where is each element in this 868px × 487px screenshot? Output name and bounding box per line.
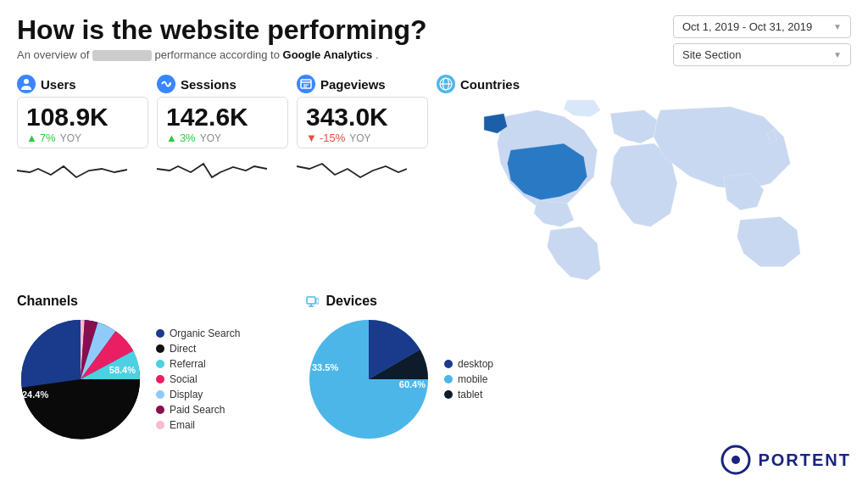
countries-header: Countries — [437, 75, 851, 93]
devices-pie: 33.5% 60.4% — [305, 316, 432, 443]
legend-dot-direct — [156, 344, 164, 353]
countries-icon — [437, 75, 455, 93]
legend-dot-paid — [156, 406, 164, 414]
legend-label-organic: Organic Search — [170, 327, 240, 339]
metric-users: Users 108.9K ▲ 7% YOY — [17, 75, 148, 191]
devices-legend: desktop mobile tablet — [444, 358, 493, 400]
legend-desktop: desktop — [444, 358, 493, 370]
devices-title-text: Devices — [326, 294, 377, 308]
devices-title: Devices — [305, 294, 542, 309]
metric-sessions: Sessions 142.6K ▲ 3% YOY — [157, 75, 288, 191]
legend-dot-referral — [156, 360, 164, 368]
countries-block: Countries — [437, 75, 851, 287]
sessions-change: ▲ 3% YOY — [166, 132, 279, 144]
pageviews-yoy: YOY — [349, 132, 370, 144]
legend-paid: Paid Search — [156, 404, 240, 416]
legend-mobile: mobile — [444, 373, 493, 385]
channels-pie: 24.4% 58.4% — [17, 316, 144, 443]
devices-icon — [305, 295, 319, 309]
legend-email: Email — [156, 419, 240, 431]
sessions-value: 142.6K — [166, 103, 279, 131]
legend-dot-email — [156, 421, 164, 429]
metric-users-header: Users — [17, 75, 148, 93]
sessions-pct: 3% — [180, 132, 196, 144]
legend-display: Display — [156, 389, 240, 400]
date-range-dropdown[interactable]: Oct 1, 2019 - Oct 31, 2019 ▼ — [673, 15, 851, 38]
date-range-arrow: ▼ — [833, 22, 842, 31]
channels-pie-svg — [17, 316, 144, 443]
svg-point-3 — [297, 75, 315, 93]
pageviews-pct: -15% — [320, 132, 345, 144]
subtitle-prefix: An overview of — [17, 48, 89, 61]
metrics-row: Users 108.9K ▲ 7% YOY — [17, 75, 851, 287]
legend-dot-desktop — [444, 360, 453, 368]
page-title: How is the website performing? — [17, 15, 673, 45]
legend-dot-organic — [156, 329, 164, 338]
sessions-arrow: ▲ — [166, 132, 177, 144]
svg-rect-17 — [316, 299, 319, 304]
users-sparkline — [17, 154, 127, 188]
legend-social: Social — [156, 373, 240, 385]
channels-inner: 24.4% 58.4% Organic Search Direct Referr… — [17, 316, 297, 443]
svg-rect-14 — [307, 297, 315, 304]
legend-direct: Direct — [156, 343, 240, 355]
sessions-sparkline — [157, 154, 267, 188]
portent-logo: PORTENT — [721, 445, 851, 475]
legend-label-tablet: tablet — [458, 389, 482, 400]
legend-label-email: Email — [170, 419, 195, 431]
channels-block: Channels — [17, 294, 297, 443]
sessions-yoy: YOY — [200, 132, 221, 144]
users-arrow: ▲ — [26, 132, 37, 144]
subtitle-brand: Google Analytics — [283, 48, 373, 61]
users-icon — [17, 75, 36, 93]
legend-label-referral: Referral — [170, 358, 206, 370]
users-value: 108.9K — [26, 103, 139, 131]
header-row: How is the website performing? An overvi… — [17, 15, 851, 66]
channels-pct-left: 24.4% — [22, 389, 48, 413]
site-section-dropdown[interactable]: Site Section ▼ — [673, 43, 851, 66]
pageviews-arrow: ▼ — [306, 132, 317, 144]
devices-block: Devices — [305, 294, 542, 443]
devices-pct-mobile: 33.5% — [312, 362, 338, 372]
legend-dot-social — [156, 375, 164, 383]
svg-point-1 — [24, 79, 29, 84]
channels-pct-right: 58.4% — [109, 365, 136, 375]
subtitle: An overview of performance according to … — [17, 48, 673, 61]
pageviews-box: 343.0K ▼ -15% YOY — [297, 97, 428, 148]
legend-label-display: Display — [170, 389, 203, 400]
legend-organic: Organic Search — [156, 327, 240, 339]
legend-tablet: tablet — [444, 389, 493, 400]
world-map — [437, 97, 851, 283]
pageviews-label: Pageviews — [320, 77, 386, 92]
sessions-box: 142.6K ▲ 3% YOY — [157, 97, 288, 148]
channels-title: Channels — [17, 294, 297, 309]
users-pct: 7% — [40, 132, 56, 144]
legend-label-desktop: desktop — [458, 358, 493, 370]
site-section-label: Site Section — [682, 48, 741, 61]
title-section: How is the website performing? An overvi… — [17, 15, 673, 61]
metric-pageviews-header: Pageviews — [297, 75, 428, 93]
users-change: ▲ 7% YOY — [26, 132, 139, 144]
legend-label-social: Social — [170, 373, 198, 385]
legend-dot-mobile — [444, 375, 453, 383]
date-range-label: Oct 1, 2019 - Oct 31, 2019 — [682, 20, 812, 33]
sessions-icon — [157, 75, 175, 93]
pageviews-value: 343.0K — [306, 103, 419, 131]
pageviews-sparkline — [297, 154, 407, 188]
legend-referral: Referral — [156, 358, 240, 370]
pie-slices — [21, 320, 140, 439]
channels-legend: Organic Search Direct Referral Social — [156, 327, 240, 431]
users-box: 108.9K ▲ 7% YOY — [17, 97, 148, 148]
portent-logo-icon — [721, 445, 751, 475]
sessions-label: Sessions — [181, 77, 236, 92]
subtitle-end: . — [376, 48, 379, 61]
legend-label-paid: Paid Search — [170, 404, 225, 416]
bottom-row: Channels — [17, 294, 851, 443]
legend-label-direct: Direct — [170, 343, 196, 355]
countries-label: Countries — [460, 77, 520, 92]
main-container: How is the website performing? An overvi… — [0, 0, 868, 487]
metric-pageviews: Pageviews 343.0K ▼ -15% YOY — [297, 75, 428, 191]
users-yoy: YOY — [60, 132, 81, 144]
svg-point-20 — [732, 456, 740, 464]
metric-sessions-header: Sessions — [157, 75, 288, 93]
